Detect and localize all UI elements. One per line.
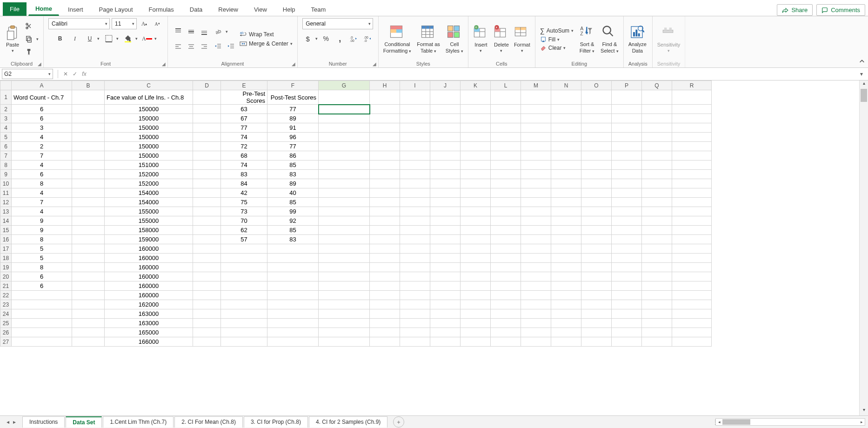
cell[interactable] xyxy=(267,272,319,281)
cell[interactable] xyxy=(581,216,612,226)
cell[interactable] xyxy=(581,309,612,319)
sensitivity-button[interactable]: Sensitivity▾ xyxy=(657,25,681,53)
tab-file[interactable]: File xyxy=(3,2,27,16)
confirm-entry-button[interactable]: ✓ xyxy=(70,71,80,77)
cell[interactable]: 74 xyxy=(221,133,267,142)
cell[interactable] xyxy=(581,188,612,198)
cell[interactable] xyxy=(581,133,612,142)
cell[interactable] xyxy=(551,328,581,337)
clipboard-launcher[interactable]: ◢ xyxy=(38,61,41,67)
cell[interactable] xyxy=(430,272,461,281)
cell[interactable] xyxy=(72,254,105,263)
cell[interactable]: 77 xyxy=(267,105,319,114)
cell[interactable] xyxy=(612,272,642,281)
cell[interactable] xyxy=(370,300,400,309)
cell[interactable]: 57 xyxy=(221,235,267,244)
cell[interactable]: 4 xyxy=(12,133,72,142)
tab-team[interactable]: Team xyxy=(304,3,333,16)
cell[interactable] xyxy=(581,207,612,216)
cell[interactable] xyxy=(672,123,712,133)
cell[interactable] xyxy=(551,244,581,254)
col-header[interactable]: L xyxy=(491,81,521,90)
row-header[interactable]: 19 xyxy=(0,263,12,272)
cell[interactable] xyxy=(267,291,319,300)
cell[interactable] xyxy=(491,291,521,300)
cell[interactable] xyxy=(193,179,221,188)
cell[interactable] xyxy=(581,114,612,123)
cell[interactable] xyxy=(12,337,72,347)
analyze-data-button[interactable]: AnalyzeData xyxy=(628,25,647,54)
cell[interactable] xyxy=(430,105,461,114)
cell[interactable] xyxy=(581,151,612,160)
cell[interactable] xyxy=(370,90,400,105)
cell[interactable] xyxy=(461,263,491,272)
cell[interactable] xyxy=(370,244,400,254)
cell[interactable] xyxy=(672,179,712,188)
cell[interactable] xyxy=(430,291,461,300)
cell[interactable] xyxy=(221,263,267,272)
cell[interactable] xyxy=(612,151,642,160)
cell[interactable] xyxy=(72,90,105,105)
cell[interactable]: 83 xyxy=(221,170,267,179)
cell[interactable] xyxy=(642,151,672,160)
cell[interactable] xyxy=(672,142,712,151)
cell[interactable] xyxy=(581,235,612,244)
cell[interactable] xyxy=(193,244,221,254)
cell[interactable] xyxy=(491,142,521,151)
cell[interactable] xyxy=(581,90,612,105)
cell[interactable] xyxy=(551,226,581,235)
cell[interactable]: 67 xyxy=(221,114,267,123)
cell[interactable] xyxy=(370,291,400,300)
cell[interactable] xyxy=(193,160,221,170)
cell[interactable] xyxy=(319,291,370,300)
row-header[interactable]: 11 xyxy=(0,188,12,198)
cell[interactable] xyxy=(430,114,461,123)
cell[interactable]: 83 xyxy=(267,235,319,244)
comma-format-button[interactable]: , xyxy=(334,33,346,44)
cell[interactable] xyxy=(319,244,370,254)
cell[interactable] xyxy=(612,309,642,319)
cell[interactable] xyxy=(491,309,521,319)
cell[interactable] xyxy=(430,281,461,291)
cell[interactable]: 85 xyxy=(267,226,319,235)
tab-formulas[interactable]: Formulas xyxy=(142,3,181,16)
orientation-button[interactable]: ab xyxy=(213,26,224,37)
cell[interactable] xyxy=(551,309,581,319)
cell[interactable] xyxy=(370,105,400,114)
cell[interactable] xyxy=(461,319,491,328)
row-header[interactable]: 18 xyxy=(0,254,12,263)
cell[interactable] xyxy=(521,133,551,142)
cell[interactable] xyxy=(193,263,221,272)
cell[interactable] xyxy=(461,114,491,123)
cell[interactable] xyxy=(521,235,551,244)
cell[interactable] xyxy=(400,90,430,105)
font-color-button[interactable]: A xyxy=(141,33,153,44)
cell[interactable] xyxy=(319,188,370,198)
cell[interactable] xyxy=(612,319,642,328)
cell[interactable] xyxy=(612,226,642,235)
cell[interactable] xyxy=(430,309,461,319)
cell[interactable] xyxy=(672,300,712,309)
cell[interactable] xyxy=(72,291,105,300)
cell[interactable] xyxy=(551,142,581,151)
cell[interactable]: 7 xyxy=(12,151,72,160)
cell[interactable] xyxy=(612,105,642,114)
cell[interactable]: 150000 xyxy=(105,142,193,151)
cell[interactable] xyxy=(672,337,712,347)
cell[interactable]: 6 xyxy=(12,114,72,123)
cell[interactable] xyxy=(642,272,672,281)
row-header[interactable]: 10 xyxy=(0,179,12,188)
delete-cells-button[interactable]: ×Delete▾ xyxy=(494,25,509,53)
cell[interactable]: 83 xyxy=(267,170,319,179)
cell[interactable] xyxy=(319,272,370,281)
cell[interactable]: 150000 xyxy=(105,114,193,123)
percent-format-button[interactable]: % xyxy=(320,33,332,44)
cell[interactable] xyxy=(461,254,491,263)
cell[interactable] xyxy=(521,151,551,160)
cell[interactable] xyxy=(461,105,491,114)
col-header[interactable]: P xyxy=(612,81,642,90)
cell[interactable]: Word Count - Ch.7 xyxy=(12,90,72,105)
cell[interactable]: 77 xyxy=(267,142,319,151)
cell[interactable] xyxy=(581,337,612,347)
cell[interactable] xyxy=(400,188,430,198)
